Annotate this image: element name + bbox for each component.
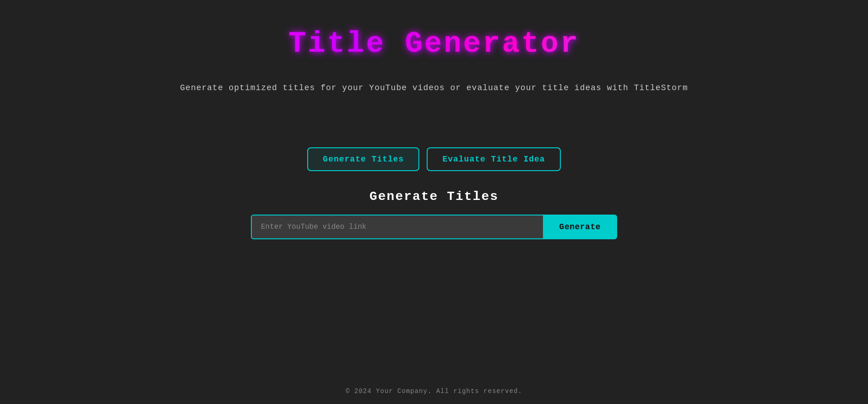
footer-text: © 2024 Your Company. All rights reserved…	[346, 388, 522, 395]
page-wrapper: Title Generator Generate optimized title…	[0, 0, 868, 404]
tab-buttons: Generate Titles Evaluate Title Idea	[307, 147, 560, 171]
tab-evaluate-title[interactable]: Evaluate Title Idea	[427, 147, 560, 171]
section-title: Generate Titles	[369, 189, 499, 204]
app-title: Title Generator	[180, 27, 688, 60]
footer: © 2024 Your Company. All rights reserved…	[0, 388, 868, 395]
generate-button[interactable]: Generate	[543, 215, 617, 239]
youtube-link-input[interactable]	[251, 215, 543, 239]
header-section: Title Generator Generate optimized title…	[180, 27, 688, 92]
main-content: Generate Titles Evaluate Title Idea Gene…	[0, 147, 868, 239]
input-row: Generate	[251, 215, 617, 239]
subtitle: Generate optimized titles for your YouTu…	[180, 83, 688, 92]
tab-generate-titles[interactable]: Generate Titles	[307, 147, 419, 171]
